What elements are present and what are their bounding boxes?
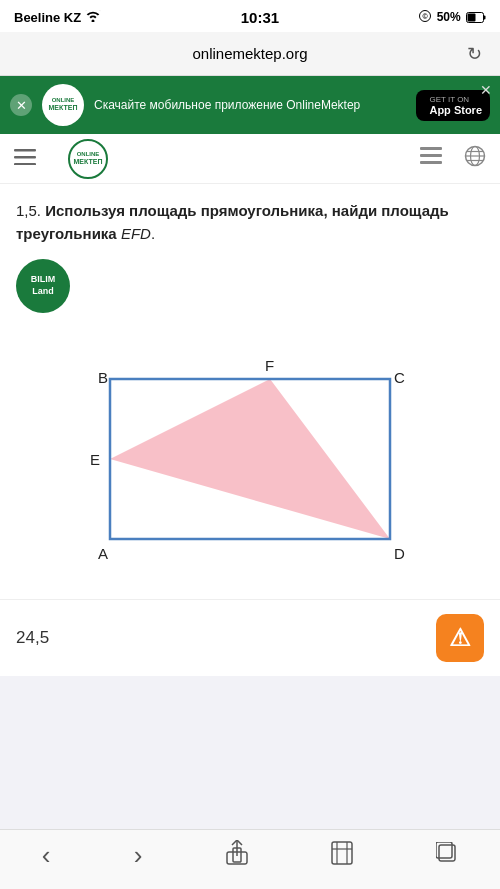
appstore-button[interactable]: GET IT ON App Store	[416, 90, 490, 121]
problem-number: 1,5.	[16, 202, 41, 219]
svg-rect-9	[420, 154, 442, 157]
svg-rect-10	[420, 161, 442, 164]
status-right: © 50%	[419, 10, 486, 25]
carrier-label: Beeline KZ	[14, 10, 81, 25]
triangle-svg: B F C E A D	[80, 339, 420, 579]
bookmark-button[interactable]	[331, 841, 353, 871]
share-button[interactable]	[226, 840, 248, 872]
bilim-badge: BILIM Land	[16, 259, 70, 313]
svg-rect-8	[420, 147, 442, 150]
banner-text: Скачайте мобильное приложение OnlineMekt…	[94, 97, 406, 114]
answer-input[interactable]	[16, 628, 426, 648]
label-F: F	[265, 357, 274, 374]
menu-icon[interactable]	[14, 147, 36, 170]
svg-marker-16	[110, 379, 390, 539]
globe-icon[interactable]	[464, 145, 486, 172]
wifi-icon	[85, 10, 101, 25]
label-C: C	[394, 369, 405, 386]
back-button[interactable]: ‹	[42, 840, 51, 871]
appstore-label: GET IT ON App Store	[429, 95, 482, 116]
banner-dismiss-button[interactable]: ✕	[480, 82, 492, 98]
tabs-button[interactable]	[436, 842, 458, 870]
svg-text:©: ©	[422, 13, 428, 20]
label-A: A	[98, 545, 108, 562]
svg-rect-5	[14, 149, 36, 152]
status-bar: Beeline KZ 10:31 © 50%	[0, 0, 500, 32]
bottom-nav: ‹ ›	[0, 829, 500, 889]
svg-rect-4	[468, 14, 476, 22]
answer-area: ⚠	[0, 599, 500, 676]
label-B: B	[98, 369, 108, 386]
problem-body: Используя площадь прямоугольника, найди …	[16, 202, 449, 242]
battery-label: 50%	[437, 10, 486, 24]
warning-button[interactable]: ⚠	[436, 614, 484, 662]
time-label: 10:31	[241, 9, 279, 26]
location-icon: ©	[419, 10, 431, 25]
warning-icon: ⚠	[449, 624, 471, 652]
label-D: D	[394, 545, 405, 562]
content-area: 1,5. Используя площадь прямоугольника, н…	[0, 184, 500, 599]
list-icon[interactable]	[420, 147, 442, 170]
svg-rect-3	[484, 16, 486, 20]
banner-close-button[interactable]: ✕	[10, 94, 32, 116]
reload-button[interactable]: ↻	[462, 43, 486, 65]
url-display[interactable]: onlinemektep.org	[38, 45, 462, 62]
label-E: E	[90, 451, 100, 468]
status-left: Beeline KZ	[14, 10, 101, 25]
svg-rect-6	[14, 156, 36, 159]
banner-logo: ONLINE МЕКТЕП	[42, 84, 84, 126]
svg-rect-7	[14, 163, 36, 165]
address-bar: onlinemektep.org ↻	[0, 32, 500, 76]
problem-text: 1,5. Используя площадь прямоугольника, н…	[16, 200, 484, 245]
nav-logo[interactable]: ONLINE МЕКТЕП	[68, 139, 108, 179]
problem-italic: EFD	[121, 225, 151, 242]
forward-button[interactable]: ›	[134, 840, 143, 871]
svg-rect-20	[332, 842, 352, 864]
nav-bar: ONLINE МЕКТЕП	[0, 134, 500, 184]
geometry-figure: B F C E A D	[16, 329, 484, 599]
app-banner: ✕ ONLINE МЕКТЕП Скачайте мобильное прило…	[0, 76, 500, 134]
